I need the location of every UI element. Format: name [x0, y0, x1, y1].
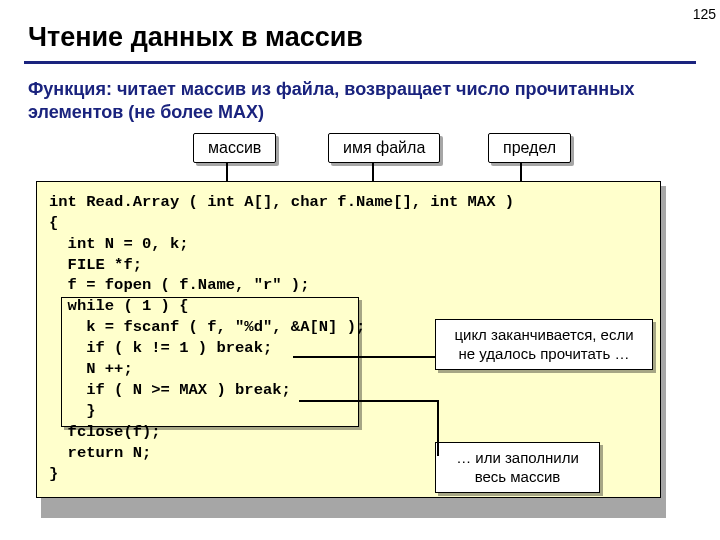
code-box: int Read.Array ( int A[], char f.Name[],… — [36, 181, 661, 498]
parameter-tags-row: массив имя файла предел — [28, 133, 692, 175]
callout-fill-array: … или заполнили весь массив — [435, 442, 600, 494]
title-rule — [24, 61, 696, 64]
page-number: 125 — [693, 6, 716, 22]
page-title: Чтение данных в массив — [0, 0, 720, 61]
callout-cycle-ends: цикл заканчивается, если не удалось проч… — [435, 319, 653, 371]
subtitle: Функция: читает массив из файла, возвращ… — [0, 74, 720, 133]
tag-limit: предел — [488, 133, 571, 163]
arrow-to-fill-callout-v — [437, 400, 439, 456]
arrow-to-fill-callout-h — [299, 400, 439, 402]
arrow-to-cycle-callout — [293, 356, 435, 358]
loop-highlight-box — [61, 297, 359, 427]
tag-filename: имя файла — [328, 133, 440, 163]
code-wrapper: int Read.Array ( int A[], char f.Name[],… — [36, 181, 692, 498]
tag-array: массив — [193, 133, 276, 163]
connector-filename — [372, 163, 374, 183]
connector-array — [226, 163, 228, 183]
connector-limit — [520, 163, 522, 183]
